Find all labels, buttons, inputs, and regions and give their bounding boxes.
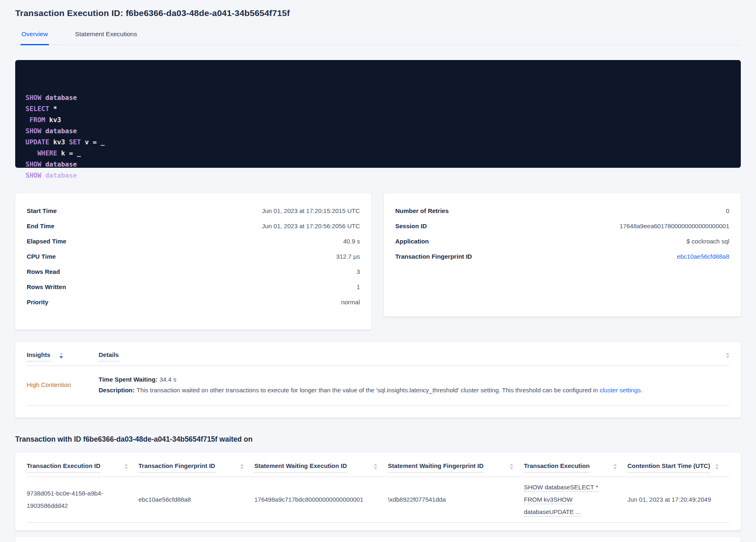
summary-label: Transaction Fingerprint ID	[395, 253, 472, 260]
summary-value: Jun 01, 2023 at 17:20:56:2056 UTC	[262, 222, 360, 229]
column-header-label[interactable]: Transaction Execution	[524, 462, 590, 473]
tab-statement-executions[interactable]: Statement Executions	[74, 30, 138, 45]
table-footer-strip	[15, 537, 741, 542]
column-header-label[interactable]: Contention Start Time (UTC)	[627, 462, 710, 473]
summary-value: $ cockroach sql	[687, 238, 729, 245]
summary-value: 40.9 s	[343, 238, 360, 245]
summary-label: Application	[395, 238, 429, 245]
transaction-execution-id-cell: 9738d051-bc0e-4158-a9b4-1903586ddd42	[27, 487, 138, 512]
insight-description: Description:This transaction waited on o…	[99, 387, 729, 394]
summary-rows-right: Number of Retries0Session ID17648a9eea60…	[395, 203, 729, 264]
insights-header-row: Insights Details	[27, 342, 729, 366]
summary-card-left: Start TimeJun 01, 2023 at 17:20:15:2015 …	[15, 193, 371, 330]
summary-row: Prioritynormal	[27, 294, 360, 310]
column-header-label[interactable]: Statement Waiting Execution ID	[254, 462, 347, 473]
sort-icon[interactable]	[374, 463, 377, 470]
summary-value: 1	[357, 283, 360, 290]
transaction-fingerprint-id-cell: ebc10ae56cfd88a8	[138, 495, 254, 504]
transaction-fingerprint-id-link[interactable]: ebc10ae56cfd88a8	[677, 253, 729, 260]
statement-waiting-fingerprint-id-cell: \xdb8922f077541dda	[388, 495, 524, 504]
contention-start-time-cell: Jun 01, 2023 at 17:20:49:2049	[627, 495, 729, 504]
summary-row: CPU Time312.7 µs	[27, 249, 360, 264]
sort-icon[interactable]	[726, 352, 729, 359]
sort-icon[interactable]	[510, 463, 513, 470]
summary-label: Elapsed Time	[27, 238, 66, 245]
waited-on-header-row: Transaction Execution IDTransaction Fing…	[27, 452, 729, 477]
insights-column-header[interactable]: Insights	[27, 351, 99, 361]
column-header-label[interactable]: Transaction Execution ID	[27, 462, 100, 473]
summary-label: Priority	[27, 299, 48, 306]
transaction-execution-link[interactable]: SHOW databaseSELECT *FROM kv3SHOWdatabas…	[524, 483, 627, 517]
summary-value: 0	[726, 207, 729, 214]
cluster-settings-link[interactable]: cluster settings	[599, 387, 641, 394]
sort-descending-icon[interactable]	[60, 352, 63, 359]
summary-rows-left: Start TimeJun 01, 2023 at 17:20:15:2015 …	[27, 203, 360, 310]
summary-row: End TimeJun 01, 2023 at 17:20:56:2056 UT…	[27, 218, 360, 234]
summary-cards-row: Start TimeJun 01, 2023 at 17:20:15:2015 …	[15, 193, 741, 330]
sort-icon[interactable]	[124, 463, 128, 470]
summary-label: Rows Written	[27, 283, 66, 290]
column-header-label[interactable]: Statement Waiting Fingerprint ID	[388, 462, 484, 473]
tab-overview[interactable]: Overview	[21, 30, 49, 45]
details-column-header[interactable]: Details	[99, 351, 729, 361]
summary-row: Start TimeJun 01, 2023 at 17:20:15:2015 …	[27, 203, 360, 218]
sql-statements-block: SHOW databaseSELECT * FROM kv3SHOW datab…	[15, 60, 741, 168]
insights-header-label[interactable]: Insights	[27, 351, 51, 361]
summary-card-right: Number of Retries0Session ID17648a9eea60…	[384, 193, 741, 317]
insight-details: Time Spent Waiting:34.4 s Description:Th…	[99, 376, 729, 394]
waited-on-heading: Transaction with ID f6be6366-da03-48de-a…	[15, 435, 741, 444]
time-spent-waiting-label: Time Spent Waiting:	[99, 376, 157, 383]
description-text: This transaction waited on other transac…	[137, 387, 598, 394]
summary-label: Rows Read	[27, 268, 60, 275]
summary-value: 312.7 µs	[336, 253, 360, 260]
insight-type-badge: High Contention	[27, 381, 99, 388]
description-label: Description:	[99, 387, 135, 394]
sql-statements-code: SHOW databaseSELECT * FROM kv3SHOW datab…	[25, 92, 731, 181]
waited-on-table: Transaction Execution IDTransaction Fing…	[15, 452, 741, 530]
transaction-details-page: Transaction Execution ID: f6be6366-da03-…	[0, 0, 756, 542]
summary-row: Rows Written1	[27, 279, 360, 294]
summary-label: End Time	[27, 222, 54, 229]
column-header-label[interactable]: Transaction Fingerprint ID	[138, 462, 215, 473]
summary-label: Session ID	[395, 222, 427, 229]
column-header[interactable]: Statement Waiting Execution ID	[254, 462, 388, 473]
summary-row: Number of Retries0	[395, 203, 729, 218]
sort-icon[interactable]	[240, 463, 244, 470]
details-header-label[interactable]: Details	[99, 351, 119, 361]
page-title: Transaction Execution ID: f6be6366-da03-…	[15, 8, 741, 18]
summary-value: 17648a9eea6017800000000000000001	[620, 222, 729, 229]
summary-row: Application$ cockroach sql	[395, 234, 729, 249]
summary-value: Jun 01, 2023 at 17:20:15:2015 UTC	[262, 207, 360, 214]
column-header[interactable]: Transaction Execution	[524, 462, 627, 473]
summary-row: Transaction Fingerprint IDebc10ae56cfd88…	[395, 249, 729, 264]
column-header[interactable]: Transaction Fingerprint ID	[138, 462, 254, 473]
time-spent-waiting: Time Spent Waiting:34.4 s	[99, 376, 729, 383]
insight-row: High Contention Time Spent Waiting:34.4 …	[27, 366, 729, 405]
description-period: .	[641, 387, 643, 394]
statement-waiting-execution-id-cell: 176498a9c717bdc80000000000000001	[254, 495, 388, 504]
column-header[interactable]: Statement Waiting Fingerprint ID	[388, 462, 524, 473]
summary-label: Start Time	[27, 207, 57, 214]
column-header[interactable]: Transaction Execution ID	[27, 462, 138, 473]
summary-value: normal	[341, 299, 360, 306]
summary-value: 3	[357, 268, 360, 275]
time-spent-waiting-value: 34.4 s	[159, 376, 176, 383]
waited-on-table-row: 9738d051-bc0e-4158-a9b4-1903586ddd42 ebc…	[27, 477, 729, 523]
summary-label: Number of Retries	[395, 207, 449, 214]
column-header[interactable]: Contention Start Time (UTC)	[627, 462, 729, 473]
summary-label: CPU Time	[27, 253, 56, 260]
summary-row: Rows Read3	[27, 264, 360, 279]
insights-table: Insights Details High Contention Time Sp…	[15, 342, 741, 418]
summary-row: Elapsed Time40.9 s	[27, 234, 360, 249]
sort-icon[interactable]	[715, 463, 719, 470]
sort-icon[interactable]	[613, 463, 617, 470]
tab-bar: Overview Statement Executions	[15, 30, 741, 45]
summary-row: Session ID17648a9eea60178000000000000000…	[395, 218, 729, 234]
